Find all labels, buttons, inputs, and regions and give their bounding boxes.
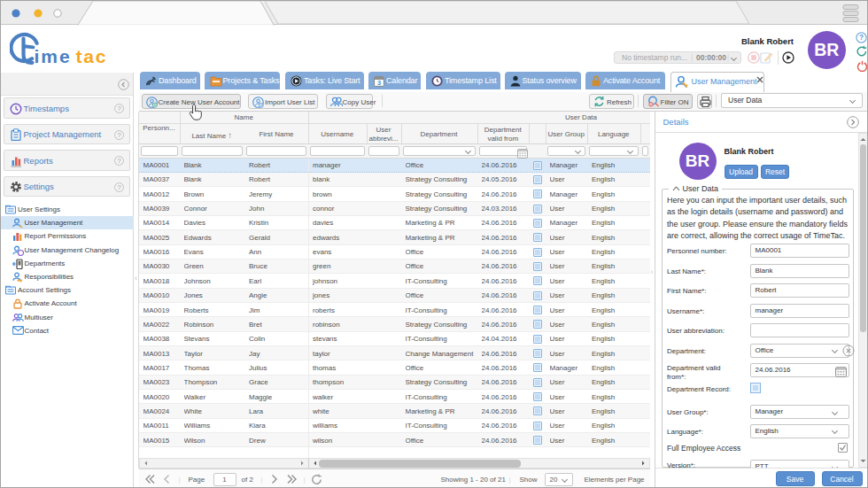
svg-text:ime: ime bbox=[35, 46, 72, 66]
svg-text:3: 3 bbox=[377, 79, 381, 87]
svg-text:tac: tac bbox=[76, 46, 108, 66]
svg-text:?: ? bbox=[859, 34, 864, 42]
